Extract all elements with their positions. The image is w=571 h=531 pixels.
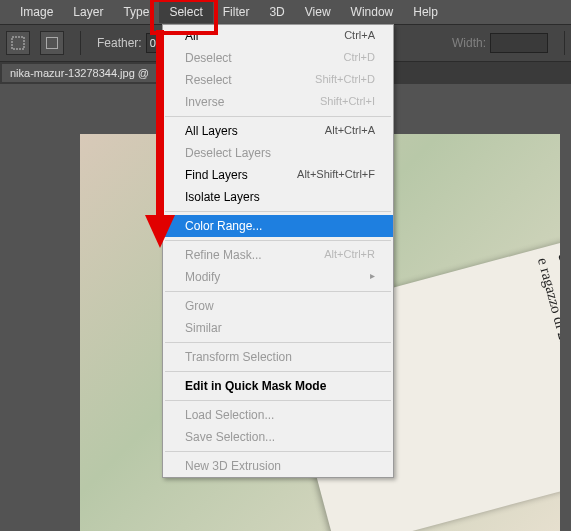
menu-separator — [165, 291, 391, 292]
width-input[interactable] — [490, 33, 548, 53]
tool-preset-icon[interactable] — [6, 31, 30, 55]
menu-item-label: Grow — [185, 299, 214, 313]
select-dropdown: All Ctrl+A Deselect Ctrl+D Reselect Shif… — [162, 24, 394, 478]
menu-image[interactable]: Image — [10, 1, 63, 23]
menu-item-transform-selection: Transform Selection — [163, 346, 393, 368]
menu-item-label: Transform Selection — [185, 350, 292, 364]
menu-view[interactable]: View — [295, 1, 341, 23]
menu-item-label: All — [185, 29, 198, 43]
menu-separator — [165, 451, 391, 452]
menu-item-deselect-layers: Deselect Layers — [163, 142, 393, 164]
menu-separator — [165, 400, 391, 401]
menu-item-label: Deselect Layers — [185, 146, 271, 160]
menu-3d[interactable]: 3D — [259, 1, 294, 23]
menu-item-refine-mask: Refine Mask... Alt+Ctrl+R — [163, 244, 393, 266]
divider — [564, 31, 565, 55]
menu-item-shortcut: Alt+Ctrl+A — [325, 124, 375, 138]
menu-item-shortcut: Alt+Ctrl+R — [324, 248, 375, 262]
menu-window[interactable]: Window — [341, 1, 404, 23]
divider — [80, 31, 81, 55]
feather-label: Feather: — [97, 36, 142, 50]
menu-item-color-range[interactable]: Color Range... — [163, 215, 393, 237]
menu-item-label: Load Selection... — [185, 408, 274, 422]
menu-item-load-selection: Load Selection... — [163, 404, 393, 426]
menu-item-reselect: Reselect Shift+Ctrl+D — [163, 69, 393, 91]
menu-type[interactable]: Type — [113, 1, 159, 23]
newspaper-subline: e ragazzo di 21 anni — [534, 256, 560, 473]
menu-item-save-selection: Save Selection... — [163, 426, 393, 448]
menu-item-all-layers[interactable]: All Layers Alt+Ctrl+A — [163, 120, 393, 142]
menu-item-quick-mask[interactable]: Edit in Quick Mask Mode — [163, 375, 393, 397]
menu-separator — [165, 342, 391, 343]
menu-item-label: Deselect — [185, 51, 232, 65]
menu-item-label: Save Selection... — [185, 430, 275, 444]
menu-item-label: Isolate Layers — [185, 190, 260, 204]
menu-item-label: Refine Mask... — [185, 248, 262, 262]
menu-item-new-3d-extrusion: New 3D Extrusion — [163, 455, 393, 477]
menu-item-label: Reselect — [185, 73, 232, 87]
menu-item-find-layers[interactable]: Find Layers Alt+Shift+Ctrl+F — [163, 164, 393, 186]
menu-item-label: Modify — [185, 270, 220, 284]
menu-item-label: Edit in Quick Mask Mode — [185, 379, 326, 393]
menu-filter[interactable]: Filter — [213, 1, 260, 23]
menu-item-isolate-layers[interactable]: Isolate Layers — [163, 186, 393, 208]
svg-rect-0 — [12, 37, 24, 49]
menu-item-shortcut: Shift+Ctrl+I — [320, 95, 375, 109]
menu-item-similar: Similar — [163, 317, 393, 339]
menu-item-label: Find Layers — [185, 168, 248, 182]
menu-layer[interactable]: Layer — [63, 1, 113, 23]
selection-mode-icon[interactable] — [40, 31, 64, 55]
menu-separator — [165, 116, 391, 117]
menu-item-label: Inverse — [185, 95, 224, 109]
menu-item-label: All Layers — [185, 124, 238, 138]
menu-item-deselect: Deselect Ctrl+D — [163, 47, 393, 69]
menu-separator — [165, 211, 391, 212]
menu-help[interactable]: Help — [403, 1, 448, 23]
menu-item-shortcut: Alt+Shift+Ctrl+F — [297, 168, 375, 182]
menu-select[interactable]: Select — [159, 1, 212, 23]
menu-item-label: Similar — [185, 321, 222, 335]
menu-separator — [165, 240, 391, 241]
menu-separator — [165, 371, 391, 372]
menu-item-shortcut: Ctrl+D — [344, 51, 375, 65]
document-tab[interactable]: nika-mazur-13278344.jpg @ — [2, 64, 158, 82]
menu-item-modify: Modify — [163, 266, 393, 288]
menu-item-all[interactable]: All Ctrl+A — [163, 25, 393, 47]
width-group: Width: — [452, 33, 548, 53]
menu-item-label: Color Range... — [185, 219, 262, 233]
width-label: Width: — [452, 36, 486, 50]
menu-item-label: New 3D Extrusion — [185, 459, 281, 473]
menu-item-grow: Grow — [163, 295, 393, 317]
menu-item-shortcut: Shift+Ctrl+D — [315, 73, 375, 87]
menu-item-inverse: Inverse Shift+Ctrl+I — [163, 91, 393, 113]
menubar: Image Layer Type Select Filter 3D View W… — [0, 0, 571, 25]
menu-item-shortcut: Ctrl+A — [344, 29, 375, 43]
